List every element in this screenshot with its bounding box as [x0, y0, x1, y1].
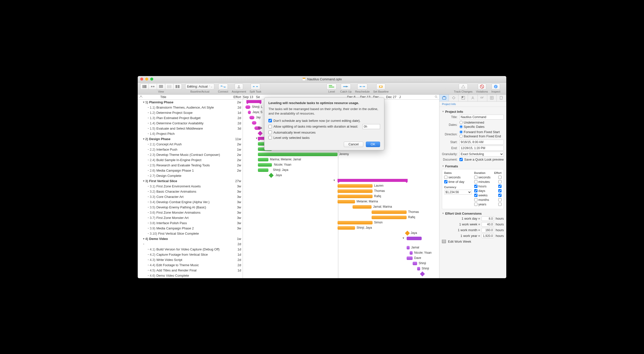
task-row[interactable]: 4.1)Build Version for Video Capture (Deb… [138, 247, 243, 252]
gantt-bar[interactable] [248, 111, 251, 114]
task-row[interactable]: 2.3)Develop Theme Music (Contract Compos… [138, 152, 243, 157]
edit-work-week-button[interactable]: Edit Work Week [442, 240, 504, 243]
gantt-bar[interactable] [338, 221, 373, 224]
level-button[interactable] [327, 84, 337, 90]
project-title-input[interactable] [459, 115, 504, 120]
task-row[interactable]: 3.6)First Zone Monster Animations3w [138, 210, 243, 215]
gantt-bar[interactable] [405, 231, 410, 236]
task-row[interactable]: ▼3)First Vertical Slice27w [138, 178, 243, 184]
eff-years[interactable] [498, 203, 502, 206]
zoom-icon[interactable] [150, 78, 153, 81]
task-row[interactable]: 3.10)First Vertical Slice Complete [138, 231, 243, 236]
inspector-tab-attach[interactable] [497, 95, 506, 101]
task-row[interactable]: 3.9)Media Campaign Phase 23w [138, 226, 243, 231]
gantt-bar[interactable] [269, 173, 274, 178]
gantt-bar[interactable] [413, 262, 417, 265]
dur-days[interactable] [474, 189, 477, 192]
ok-button[interactable]: OK [366, 142, 380, 147]
gantt-bar[interactable] [258, 168, 268, 172]
inspector-tab-resource[interactable] [468, 95, 477, 101]
eff-hours[interactable] [498, 185, 502, 188]
gantt-bar[interactable] [258, 163, 272, 167]
gantt-bar[interactable] [410, 251, 413, 255]
inspector-tab-task[interactable] [478, 95, 487, 101]
close-icon[interactable] [140, 78, 143, 81]
gantt-bar[interactable] [258, 158, 268, 161]
view-btn-1[interactable] [140, 84, 149, 90]
gantt-bar[interactable] [252, 121, 256, 125]
gantt-bar[interactable] [407, 256, 413, 260]
task-row[interactable]: 4.3)Write Video Script2d [138, 257, 243, 262]
assignment-button[interactable] [235, 84, 243, 90]
gantt-bar[interactable] [338, 226, 355, 230]
dont-schedule-before-checkbox[interactable] [268, 119, 272, 122]
split-task-button[interactable] [251, 84, 260, 90]
dur-hours[interactable] [474, 185, 477, 188]
inspector-tab-milestones[interactable] [449, 95, 458, 101]
baseline-actual-popup[interactable]: Editing: Actual ⌃⌄ [185, 84, 214, 90]
dates-specific-radio[interactable] [459, 125, 463, 128]
start-date-input[interactable] [459, 140, 504, 145]
task-row[interactable]: 3.2)Basic Character Animations3w [138, 189, 243, 194]
view-btn-4[interactable] [165, 84, 174, 90]
gantt-bar[interactable] [417, 267, 420, 270]
view-btn-2[interactable] [149, 84, 157, 90]
violations-button[interactable] [478, 84, 486, 90]
task-row[interactable]: 2.6)Media Campaign Phase 12w [138, 168, 243, 173]
connect-button[interactable] [218, 84, 228, 90]
direction-forward-radio[interactable] [459, 130, 463, 134]
inspect-button[interactable]: i [492, 84, 500, 90]
task-row[interactable]: ▼1)Planning Phase2w [138, 100, 243, 105]
gantt-bar[interactable] [258, 131, 263, 136]
track-changes-button[interactable] [459, 84, 468, 90]
eff-months[interactable] [498, 198, 502, 201]
gantt-bar[interactable] [372, 210, 407, 214]
task-row[interactable]: 3.3)Core Character Art3w [138, 194, 243, 199]
task-row[interactable]: 1.5)Evaluate and Select Middleware3d [138, 126, 243, 131]
gantt-bar[interactable] [338, 195, 373, 198]
gantt-bar[interactable] [246, 100, 261, 103]
view-btn-3[interactable] [157, 84, 165, 90]
set-baseline-button[interactable] [376, 84, 385, 90]
eff-minutes[interactable] [498, 180, 502, 183]
gantt-bar[interactable] [338, 189, 373, 193]
end-date-input[interactable] [459, 146, 504, 151]
eff-weeks[interactable] [498, 194, 502, 197]
task-row[interactable]: 3.8)Interface Polish Pass3w [138, 220, 243, 226]
dur-months[interactable] [474, 198, 477, 201]
gantt-bar[interactable] [420, 271, 425, 276]
gantt-bar[interactable] [249, 116, 254, 119]
task-row[interactable]: 4.6)Demo Video Complete [138, 273, 243, 278]
minimize-icon[interactable] [145, 78, 148, 81]
catch-up-button[interactable] [341, 84, 351, 90]
task-row[interactable]: 2.7)Design Complete [138, 173, 243, 178]
task-row[interactable]: 1.6)Project Pitch [138, 131, 243, 136]
gantt-bar[interactable] [245, 105, 250, 109]
conv-month-input[interactable] [481, 228, 494, 232]
eff-days[interactable] [498, 189, 502, 192]
dur-minutes[interactable] [474, 180, 477, 183]
inspector-tab-styles[interactable] [458, 95, 468, 101]
cancel-button[interactable]: Cancel [344, 142, 363, 147]
auto-level-checkbox[interactable] [268, 131, 272, 134]
gantt-bar[interactable] [407, 237, 422, 240]
level-selected-checkbox[interactable] [268, 136, 272, 139]
allow-splitting-checkbox[interactable] [268, 125, 272, 128]
reschedule-button[interactable] [357, 84, 367, 90]
task-row[interactable]: 1.4)Determine Contractor Availability2d [138, 121, 243, 126]
dates-undetermined-radio[interactable] [459, 121, 463, 124]
task-row[interactable]: 2d [138, 241, 243, 247]
task-row[interactable]: 2.4)Build Sample In-Engine Project2w [138, 157, 243, 163]
task-row[interactable]: 2.2)Interface Push1w [138, 147, 243, 152]
gantt-bar[interactable] [353, 205, 372, 209]
split-duration-input[interactable] [363, 124, 380, 129]
task-row[interactable]: 4.5)Add Titles and Render Final1d [138, 268, 243, 273]
dur-years[interactable] [474, 203, 477, 206]
fmt-tod-check[interactable] [444, 180, 447, 183]
view-btn-5[interactable] [174, 84, 182, 90]
task-row[interactable]: 3.4)Develop Combat Engine (Alpha Ver.)3w [138, 199, 243, 205]
gantt-bar[interactable] [258, 153, 338, 156]
gantt-bar[interactable] [338, 179, 408, 182]
task-row[interactable]: 4.2)Capture Footage from Vertical Slice1… [138, 252, 243, 257]
gantt-bar[interactable] [338, 200, 355, 203]
